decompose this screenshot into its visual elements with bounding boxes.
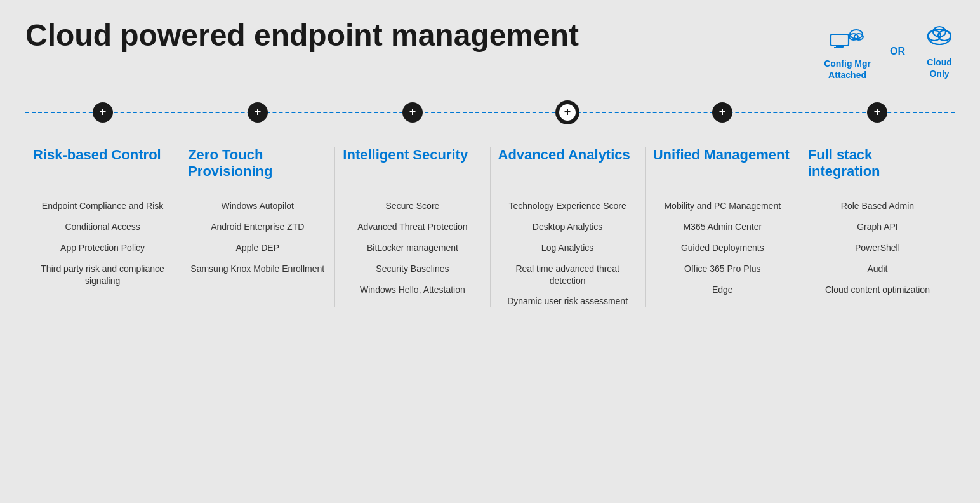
column-item-full-stack-integration-4: Cloud content optimization <box>808 284 947 296</box>
column-items-intelligent-security: Secure ScoreAdvanced Threat ProtectionBi… <box>343 200 482 295</box>
column-item-unified-management-1: M365 Admin Center <box>653 221 792 233</box>
header: Cloud powered endpoint management Config… <box>25 19 955 81</box>
columns-container: Risk-based ControlEndpoint Compliance an… <box>25 147 955 307</box>
or-label: OR <box>890 46 905 57</box>
column-items-unified-management: Mobility and PC ManagementM365 Admin Cen… <box>653 200 792 295</box>
column-item-unified-management-3: Office 365 Pro Plus <box>653 263 792 275</box>
column-title-advanced-analytics: Advanced Analytics <box>498 147 637 187</box>
timeline-dot-2: + <box>248 102 268 123</box>
column-item-intelligent-security-4: Windows Hello, Attestation <box>343 284 482 296</box>
column-item-risk-based-control-1: Conditional Access <box>33 221 172 233</box>
column-item-risk-based-control-3: Third party risk and compliance signalin… <box>33 263 172 287</box>
column-item-full-stack-integration-2: PowerShell <box>808 242 947 254</box>
column-item-risk-based-control-0: Endpoint Compliance and Risk <box>33 200 172 212</box>
column-item-zero-touch-provisioning-1: Android Enterprise ZTD <box>188 221 327 233</box>
column-item-zero-touch-provisioning-3: Samsung Knox Mobile Enrollment <box>188 263 327 275</box>
timeline-line <box>25 112 955 113</box>
svg-rect-0 <box>831 34 849 46</box>
config-mgr-label: Config MgrAttached <box>824 58 871 81</box>
main-title: Cloud powered endpoint management <box>25 19 579 53</box>
timeline-dot-1: + <box>93 102 113 123</box>
column-item-risk-based-control-2: App Protection Policy <box>33 242 172 254</box>
column-items-advanced-analytics: Technology Experience ScoreDesktop Analy… <box>498 200 637 307</box>
column-unified-management: Unified ManagementMobility and PC Manage… <box>646 147 800 307</box>
column-intelligent-security: Intelligent SecuritySecure ScoreAdvanced… <box>335 147 490 307</box>
column-item-full-stack-integration-3: Audit <box>808 263 947 275</box>
column-item-zero-touch-provisioning-0: Windows Autopilot <box>188 200 327 212</box>
column-item-intelligent-security-0: Secure Score <box>343 200 482 212</box>
column-items-risk-based-control: Endpoint Compliance and RiskConditional … <box>33 200 172 286</box>
column-item-unified-management-2: Guided Deployments <box>653 242 792 254</box>
column-item-unified-management-4: Edge <box>653 284 792 296</box>
timeline-dot-4: + <box>557 102 578 123</box>
column-items-full-stack-integration: Role Based AdminGraph APIPowerShellAudit… <box>808 200 947 295</box>
column-item-intelligent-security-1: Advanced Threat Protection <box>343 221 482 233</box>
config-mgr-option: Config MgrAttached <box>824 23 871 81</box>
column-item-advanced-analytics-4: Dynamic user risk assessment <box>498 295 637 307</box>
page: Cloud powered endpoint management Config… <box>0 0 980 503</box>
cloud-options: Config MgrAttached OR CloudOnly <box>824 23 955 81</box>
column-item-zero-touch-provisioning-2: Apple DEP <box>188 242 327 254</box>
column-zero-touch-provisioning: Zero Touch ProvisioningWindows Autopilot… <box>180 147 335 307</box>
cloud-only-label: CloudOnly <box>927 57 952 79</box>
column-advanced-analytics: Advanced AnalyticsTechnology Experience … <box>491 147 646 307</box>
timeline-dot-5: + <box>712 102 732 123</box>
cloud-only-icon <box>924 24 955 54</box>
column-title-risk-based-control: Risk-based Control <box>33 147 172 187</box>
column-item-advanced-analytics-1: Desktop Analytics <box>498 221 637 233</box>
column-title-zero-touch-provisioning: Zero Touch Provisioning <box>188 147 327 187</box>
column-item-advanced-analytics-2: Log Analytics <box>498 242 637 254</box>
column-title-intelligent-security: Intelligent Security <box>343 147 482 187</box>
config-mgr-icon <box>830 23 865 55</box>
column-item-advanced-analytics-3: Real time advanced threat detection <box>498 263 637 287</box>
timeline-dot-6: + <box>867 102 887 123</box>
column-item-intelligent-security-3: Security Baselines <box>343 263 482 275</box>
column-item-full-stack-integration-0: Role Based Admin <box>808 200 947 212</box>
column-risk-based-control: Risk-based ControlEndpoint Compliance an… <box>25 147 180 307</box>
column-item-intelligent-security-2: BitLocker management <box>343 242 482 254</box>
column-full-stack-integration: Full stack integrationRole Based AdminGr… <box>800 147 955 307</box>
column-title-unified-management: Unified Management <box>653 147 792 187</box>
column-item-unified-management-0: Mobility and PC Management <box>653 200 792 212</box>
column-title-full-stack-integration: Full stack integration <box>808 147 947 187</box>
column-item-full-stack-integration-1: Graph API <box>808 221 947 233</box>
column-item-advanced-analytics-0: Technology Experience Score <box>498 200 637 212</box>
timeline: + + + + + + <box>25 96 955 129</box>
column-items-zero-touch-provisioning: Windows AutopilotAndroid Enterprise ZTDA… <box>188 200 327 275</box>
cloud-only-option: CloudOnly <box>924 24 955 79</box>
timeline-dot-3: + <box>402 102 423 123</box>
